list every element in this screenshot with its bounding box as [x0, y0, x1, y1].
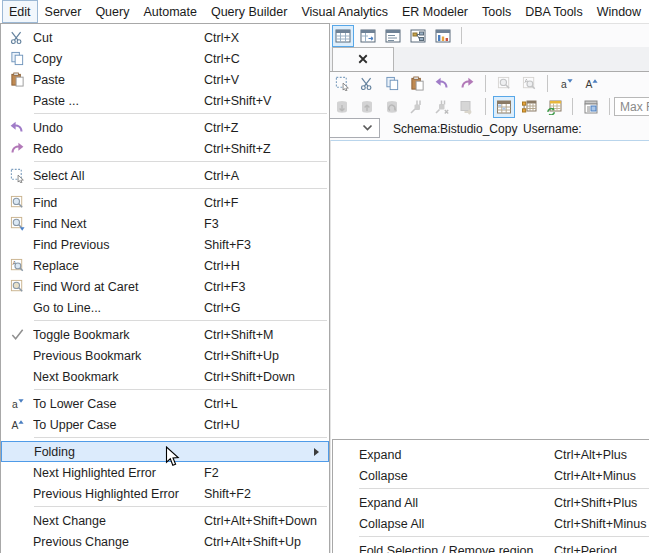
menu-item-find-word-at-caret[interactable]: Find Word at Caret Ctrl+F3: [1, 276, 329, 297]
menu-separator: [34, 188, 327, 189]
form-window-icon[interactable]: [580, 96, 602, 118]
er-view-icon[interactable]: [407, 25, 429, 47]
max-results-input[interactable]: [614, 97, 649, 116]
menu-item-toggle-bookmark[interactable]: Toggle Bookmark Ctrl+Shift+M: [1, 324, 329, 345]
menu-item-to-upper-case[interactable]: A To Upper Case Ctrl+U: [1, 414, 329, 435]
cut-icon[interactable]: [356, 73, 378, 95]
menu-item-collapse-all[interactable]: Collapse All Ctrl+Shift+Minus: [333, 513, 649, 534]
app-window: Edit Server Query Automate Query Builder…: [0, 0, 649, 553]
menu-item-label: Next Change: [33, 514, 204, 528]
menu-item-paste[interactable]: Paste Ctrl+V: [1, 69, 329, 90]
undo-icon: [1, 120, 33, 136]
menubar-item-edit[interactable]: Edit: [2, 0, 38, 23]
db-rollback-icon[interactable]: [356, 96, 378, 118]
replace-icon[interactable]: A: [518, 73, 540, 95]
undo-icon[interactable]: [431, 73, 453, 95]
chevron-down-icon: [362, 121, 373, 135]
plug-off-icon[interactable]: [431, 96, 453, 118]
menu-item-collapse[interactable]: Collapse Ctrl+Alt+Minus: [333, 465, 649, 486]
menu-item-previous-highlighted-error[interactable]: Previous Highlighted Error Shift+F2: [1, 483, 329, 504]
menu-item-to-lower-case[interactable]: a To Lower Case Ctrl+L: [1, 393, 329, 414]
editor-tab[interactable]: [332, 47, 394, 71]
menu-item-label: Copy: [33, 52, 204, 66]
menu-item-previous-change[interactable]: Previous Change Ctrl+Alt+Shift+Up: [1, 531, 329, 552]
menu-item-redo[interactable]: Redo Ctrl+Shift+Z: [1, 138, 329, 159]
menu-item-folding[interactable]: Folding: [1, 441, 329, 462]
menu-item-expand-all[interactable]: Expand All Ctrl+Shift+Plus: [333, 492, 649, 513]
menu-item-label: Paste ...: [33, 94, 204, 108]
menu-item-next-highlighted-error[interactable]: Next Highlighted Error F2: [1, 462, 329, 483]
copy-icon[interactable]: [381, 73, 403, 95]
menubar-item-label: Query Builder: [211, 5, 287, 19]
paste-icon[interactable]: [406, 73, 428, 95]
form-view-icon[interactable]: [382, 25, 404, 47]
menu-separator: [34, 437, 327, 438]
chart-view-icon[interactable]: [432, 25, 454, 47]
menu-item-shortcut: Ctrl+L: [204, 397, 329, 411]
menu-item-find-next[interactable]: Find Next F3: [1, 213, 329, 234]
plug-icon[interactable]: [406, 96, 428, 118]
menu-item-find-previous[interactable]: Find Previous Shift+F3: [1, 234, 329, 255]
results-refresh-icon[interactable]: [543, 96, 565, 118]
menubar-item-dba-tools[interactable]: DBA Tools: [518, 0, 589, 23]
menu-item-label: Find Word at Caret: [33, 280, 204, 294]
menu-item-label: Find Next: [33, 217, 204, 231]
menu-item-select-all[interactable]: Select All Ctrl+A: [1, 165, 329, 186]
auto-commit-icon[interactable]: [456, 96, 478, 118]
menubar-item-er-modeler[interactable]: ER Modeler: [395, 0, 475, 23]
results-tree-icon[interactable]: [518, 96, 540, 118]
menu-item-undo[interactable]: Undo Ctrl+Z: [1, 117, 329, 138]
folding-submenu: Expand Ctrl+Alt+Plus Collapse Ctrl+Alt+M…: [332, 439, 649, 553]
menu-item-cut[interactable]: Cut Ctrl+X: [1, 27, 329, 48]
upper-case-icon[interactable]: A: [580, 73, 602, 95]
menu-item-shortcut: Shift+F3: [204, 238, 329, 252]
menu-item-label: Previous Change: [33, 535, 204, 549]
menu-item-expand[interactable]: Expand Ctrl+Alt+Plus: [333, 444, 649, 465]
copy-icon: [1, 51, 33, 66]
svg-text:A: A: [11, 420, 18, 431]
menubar-item-query[interactable]: Query: [88, 0, 136, 23]
menu-item-find[interactable]: Find Ctrl+F: [1, 192, 329, 213]
menu-separator: [34, 320, 327, 321]
menubar-item-tools[interactable]: Tools: [475, 0, 518, 23]
menu-item-previous-bookmark[interactable]: Previous Bookmark Ctrl+Shift+Up: [1, 345, 329, 366]
menu-item-shortcut: Ctrl+A: [204, 169, 329, 183]
menu-item-replace[interactable]: A Replace Ctrl+H: [1, 255, 329, 276]
menubar-item-label: DBA Tools: [525, 5, 582, 19]
menubar-item-visual-analytics[interactable]: Visual Analytics: [294, 0, 395, 23]
find-icon: [1, 195, 33, 210]
menu-item-shortcut: Ctrl+H: [204, 259, 329, 273]
menu-item-fold-selection-remove-region[interactable]: Fold Selection / Remove region Ctrl+Peri…: [333, 540, 649, 553]
menu-item-label: Previous Bookmark: [33, 349, 204, 363]
menu-item-label: Expand All: [359, 496, 554, 510]
pivot-view-icon[interactable]: [357, 25, 379, 47]
separator: [485, 98, 486, 115]
separator: [547, 75, 548, 92]
menu-item-shortcut: Ctrl+Shift+Down: [204, 370, 329, 384]
grid-view-icon[interactable]: [332, 25, 354, 47]
select-all-icon[interactable]: [331, 73, 353, 95]
menu-item-label: Find Previous: [33, 238, 204, 252]
menu-item-paste[interactable]: Paste ... Ctrl+Shift+V: [1, 90, 329, 111]
menu-item-next-bookmark[interactable]: Next Bookmark Ctrl+Shift+Down: [1, 366, 329, 387]
menu-item-go-to-line[interactable]: Go to Line... Ctrl+G: [1, 297, 329, 318]
menu-separator: [34, 113, 327, 114]
db-commit-icon[interactable]: [331, 96, 353, 118]
menu-item-next-change[interactable]: Next Change Ctrl+Alt+Shift+Down: [1, 510, 329, 531]
menu-item-label: Fold Selection / Remove region: [359, 544, 554, 553]
menubar-item-label: Automate: [143, 5, 197, 19]
lower-case-icon[interactable]: a: [555, 73, 577, 95]
menubar-item-automate[interactable]: Automate: [136, 0, 204, 23]
menubar-item-server[interactable]: Server: [38, 0, 89, 23]
results-grid-icon[interactable]: [493, 96, 515, 118]
view-toolbar-icons: [332, 25, 466, 47]
menubar-item-query-builder[interactable]: Query Builder: [204, 0, 294, 23]
redo-icon[interactable]: [456, 73, 478, 95]
menubar-item-label: Server: [45, 5, 82, 19]
menu-item-copy[interactable]: Copy Ctrl+C: [1, 48, 329, 69]
close-icon[interactable]: [357, 51, 369, 69]
db-exec-icon[interactable]: [381, 96, 403, 118]
replace-icon: A: [1, 258, 33, 273]
menubar-item-window[interactable]: Window: [590, 0, 648, 23]
find-icon[interactable]: [493, 73, 515, 95]
